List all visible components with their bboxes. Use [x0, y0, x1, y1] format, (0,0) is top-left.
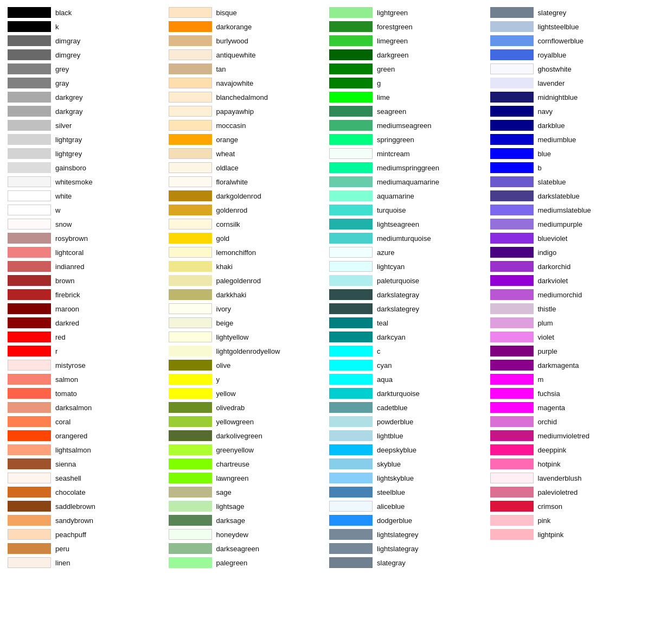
color-label: dimgray: [55, 37, 80, 45]
color-label: cyan: [377, 361, 392, 369]
color-item: darkviolet: [488, 273, 649, 288]
color-item: whitesmoke: [5, 175, 166, 189]
color-label: green: [377, 65, 395, 73]
color-swatch: [490, 473, 534, 483]
color-swatch: [329, 416, 373, 427]
color-label: darkorchid: [538, 263, 571, 271]
color-label: pink: [538, 517, 551, 525]
color-label: mediumaquamarine: [377, 178, 439, 186]
color-item: aquamarine: [327, 189, 488, 203]
color-item: cadetblue: [327, 400, 488, 415]
color-swatch: [169, 219, 212, 229]
color-swatch: [329, 501, 373, 512]
color-swatch: [8, 35, 51, 46]
color-item: royalblue: [488, 48, 649, 62]
color-label: slateblue: [538, 178, 566, 186]
color-label: chartreuse: [216, 460, 249, 468]
color-swatch: [329, 162, 373, 173]
color-label: cornsilk: [216, 220, 240, 228]
color-label: w: [55, 206, 60, 214]
color-item: red: [5, 330, 166, 344]
color-label: lightgreen: [377, 9, 408, 17]
color-label: purple: [538, 347, 557, 355]
color-swatch: [490, 106, 534, 117]
color-item: ivory: [166, 302, 328, 316]
color-label: tan: [216, 65, 226, 73]
color-item: aliceblue: [327, 499, 488, 513]
color-item: floralwhite: [166, 175, 328, 189]
color-label: skyblue: [377, 460, 401, 468]
color-label: darksage: [216, 517, 245, 525]
color-label: azure: [377, 248, 395, 257]
color-item: r: [5, 344, 166, 358]
color-column-4: slategreylightsteelbluecornflowerblueroy…: [488, 5, 649, 570]
color-label: royalblue: [538, 51, 567, 59]
color-swatch: [329, 92, 373, 103]
color-label: salmon: [55, 375, 78, 384]
color-swatch: [329, 176, 373, 187]
color-item: lightslategray: [327, 541, 488, 556]
color-item: palegreen: [166, 556, 328, 570]
color-swatch: [329, 543, 373, 554]
color-item: coral: [5, 415, 166, 429]
color-item: darkolivegreen: [166, 429, 328, 443]
color-label: floralwhite: [216, 178, 248, 186]
color-label: bisque: [216, 9, 237, 17]
color-swatch: [169, 289, 212, 300]
color-item: gold: [166, 231, 328, 245]
color-swatch: [8, 458, 51, 469]
color-item: indigo: [488, 245, 649, 259]
color-item: silver: [5, 118, 166, 132]
color-label: greenyellow: [216, 446, 254, 454]
color-swatch: [169, 190, 212, 201]
color-swatch: [490, 317, 534, 328]
color-item: slategray: [327, 556, 488, 570]
color-item: palevioletred: [488, 485, 649, 499]
color-label: mediumturquoise: [377, 234, 431, 243]
color-swatch: [329, 515, 373, 526]
color-item: khaki: [166, 259, 328, 273]
color-item: gray: [5, 76, 166, 90]
color-label: navy: [538, 107, 553, 116]
color-swatch: [169, 444, 212, 455]
color-item: deepskyblue: [327, 443, 488, 457]
color-swatch: [8, 416, 51, 427]
color-label: powderblue: [377, 418, 413, 426]
color-swatch: [8, 21, 51, 32]
color-swatch: [490, 205, 534, 215]
color-label: lightseagreen: [377, 220, 419, 228]
color-swatch: [490, 148, 534, 159]
color-swatch: [169, 458, 212, 469]
color-swatch: [329, 430, 373, 441]
color-label: mediumorchid: [538, 291, 582, 299]
color-swatch: [169, 162, 212, 173]
color-label: darkgrey: [55, 93, 83, 101]
color-item: darkslategray: [327, 288, 488, 302]
color-swatch: [8, 233, 51, 244]
color-swatch: [8, 557, 51, 568]
color-swatch: [329, 190, 373, 201]
color-item: lightcyan: [327, 259, 488, 273]
color-swatch: [8, 7, 51, 18]
color-label: lightgoldenrodyellow: [216, 347, 280, 355]
color-label: darkmagenta: [538, 361, 579, 369]
color-label: mistyrose: [55, 361, 86, 369]
color-item: springgreen: [327, 132, 488, 146]
color-swatch: [329, 303, 373, 314]
color-label: orangered: [55, 432, 87, 440]
color-swatch: [169, 120, 212, 131]
color-swatch: [490, 35, 534, 46]
color-item: papayawhip: [166, 104, 328, 118]
color-item: lightgreen: [327, 5, 488, 20]
color-item: gainsboro: [5, 161, 166, 175]
color-swatch: [169, 63, 212, 74]
color-swatch: [329, 120, 373, 131]
color-label: steelblue: [377, 488, 405, 496]
color-label: lawngreen: [216, 474, 249, 482]
color-item: saddlebrown: [5, 499, 166, 513]
color-label: seagreen: [377, 107, 406, 116]
color-item: tomato: [5, 386, 166, 400]
color-swatch: [169, 21, 212, 32]
color-swatch: [169, 275, 212, 286]
color-label: darkslategrey: [377, 305, 419, 313]
